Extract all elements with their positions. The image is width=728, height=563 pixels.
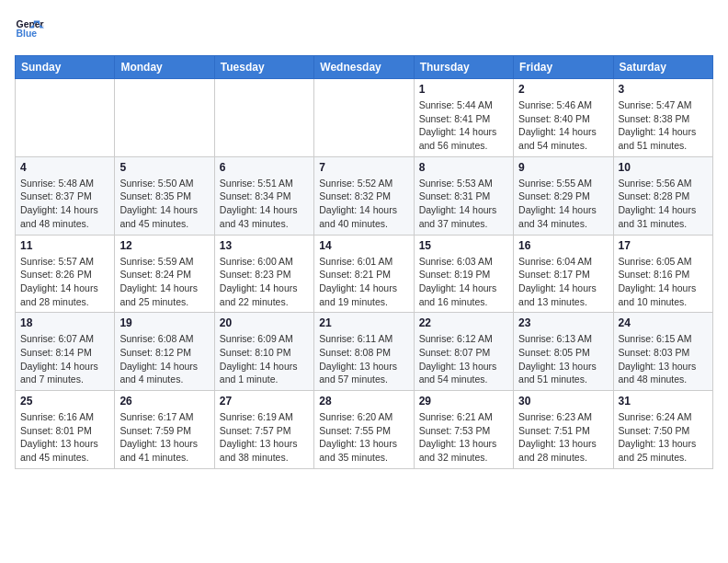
day-number: 23 [518, 316, 608, 329]
col-header-saturday: Saturday [613, 56, 712, 79]
calendar-cell [214, 79, 313, 157]
calendar-cell: 22Sunrise: 6:12 AMSunset: 8:07 PMDayligh… [414, 313, 513, 391]
calendar-cell: 16Sunrise: 6:04 AMSunset: 8:17 PMDayligh… [514, 235, 613, 313]
day-info: Sunrise: 5:57 AMSunset: 8:26 PMDaylight:… [20, 255, 109, 309]
day-number: 26 [119, 395, 209, 408]
calendar-cell: 24Sunrise: 6:15 AMSunset: 8:03 PMDayligh… [613, 313, 712, 391]
day-number: 6 [220, 161, 309, 174]
col-header-sunday: Sunday [16, 56, 115, 79]
calendar-cell: 27Sunrise: 6:19 AMSunset: 7:57 PMDayligh… [214, 391, 313, 469]
calendar-cell [16, 79, 115, 157]
day-number: 18 [20, 316, 109, 329]
col-header-friday: Friday [514, 56, 613, 79]
calendar-cell: 31Sunrise: 6:24 AMSunset: 7:50 PMDayligh… [613, 391, 712, 469]
day-number: 13 [220, 239, 309, 252]
day-info: Sunrise: 5:53 AMSunset: 8:31 PMDaylight:… [419, 177, 508, 231]
logo-icon: General Blue [15, 15, 44, 44]
calendar-week-2: 4Sunrise: 5:48 AMSunset: 8:37 PMDaylight… [16, 156, 713, 235]
day-info: Sunrise: 5:55 AMSunset: 8:29 PMDaylight:… [518, 177, 608, 231]
day-info: Sunrise: 6:21 AMSunset: 7:53 PMDaylight:… [419, 410, 508, 465]
day-number: 25 [20, 395, 109, 408]
day-info: Sunrise: 5:52 AMSunset: 8:32 PMDaylight:… [319, 177, 408, 231]
calendar-cell: 26Sunrise: 6:17 AMSunset: 7:59 PMDayligh… [115, 391, 214, 469]
calendar-cell: 13Sunrise: 6:00 AMSunset: 8:23 PMDayligh… [214, 235, 313, 313]
calendar-cell [115, 79, 214, 157]
calendar-cell: 5Sunrise: 5:50 AMSunset: 8:35 PMDaylight… [115, 156, 214, 235]
calendar-cell: 12Sunrise: 5:59 AMSunset: 8:24 PMDayligh… [115, 235, 214, 313]
calendar-cell: 30Sunrise: 6:23 AMSunset: 7:51 PMDayligh… [514, 391, 613, 469]
day-number: 27 [220, 395, 309, 408]
day-number: 19 [119, 316, 209, 329]
day-number: 12 [119, 239, 209, 252]
calendar-cell: 29Sunrise: 6:21 AMSunset: 7:53 PMDayligh… [414, 391, 513, 469]
day-number: 2 [518, 83, 608, 96]
day-number: 22 [419, 316, 508, 329]
day-number: 1 [419, 83, 508, 96]
day-number: 4 [20, 161, 109, 174]
calendar-cell: 20Sunrise: 6:09 AMSunset: 8:10 PMDayligh… [214, 313, 313, 391]
day-number: 15 [419, 239, 508, 252]
day-number: 9 [518, 161, 608, 174]
calendar-cell: 1Sunrise: 5:44 AMSunset: 8:41 PMDaylight… [414, 79, 513, 157]
day-info: Sunrise: 6:11 AMSunset: 8:08 PMDaylight:… [319, 332, 408, 386]
calendar-cell: 17Sunrise: 6:05 AMSunset: 8:16 PMDayligh… [613, 235, 712, 313]
day-number: 28 [319, 395, 408, 408]
col-header-tuesday: Tuesday [214, 56, 313, 79]
day-info: Sunrise: 6:17 AMSunset: 7:59 PMDaylight:… [119, 410, 209, 465]
day-number: 20 [220, 316, 309, 329]
calendar-cell: 9Sunrise: 5:55 AMSunset: 8:29 PMDaylight… [514, 156, 613, 235]
col-header-thursday: Thursday [414, 56, 513, 79]
calendar-cell: 2Sunrise: 5:46 AMSunset: 8:40 PMDaylight… [514, 79, 613, 157]
day-info: Sunrise: 5:47 AMSunset: 8:38 PMDaylight:… [619, 98, 708, 153]
day-number: 7 [319, 161, 408, 174]
day-info: Sunrise: 6:07 AMSunset: 8:14 PMDaylight:… [20, 332, 109, 386]
day-info: Sunrise: 5:50 AMSunset: 8:35 PMDaylight:… [119, 177, 209, 231]
calendar-cell [314, 79, 414, 157]
calendar-cell: 21Sunrise: 6:11 AMSunset: 8:08 PMDayligh… [314, 313, 414, 391]
day-info: Sunrise: 6:16 AMSunset: 8:01 PMDaylight:… [20, 410, 109, 465]
day-info: Sunrise: 6:20 AMSunset: 7:55 PMDaylight:… [319, 410, 408, 465]
calendar-cell: 10Sunrise: 5:56 AMSunset: 8:28 PMDayligh… [613, 156, 712, 235]
svg-text:Blue: Blue [17, 29, 38, 39]
day-number: 17 [619, 239, 708, 252]
calendar-cell: 23Sunrise: 6:13 AMSunset: 8:05 PMDayligh… [514, 313, 613, 391]
day-info: Sunrise: 6:12 AMSunset: 8:07 PMDaylight:… [419, 332, 508, 386]
calendar-cell: 11Sunrise: 5:57 AMSunset: 8:26 PMDayligh… [16, 235, 115, 313]
day-info: Sunrise: 6:08 AMSunset: 8:12 PMDaylight:… [119, 332, 209, 386]
day-info: Sunrise: 5:59 AMSunset: 8:24 PMDaylight:… [119, 255, 209, 309]
calendar-cell: 4Sunrise: 5:48 AMSunset: 8:37 PMDaylight… [16, 156, 115, 235]
col-header-monday: Monday [115, 56, 214, 79]
day-number: 16 [518, 239, 608, 252]
day-info: Sunrise: 6:03 AMSunset: 8:19 PMDaylight:… [419, 255, 508, 309]
day-info: Sunrise: 6:05 AMSunset: 8:16 PMDaylight:… [619, 255, 708, 309]
day-number: 5 [119, 161, 209, 174]
day-info: Sunrise: 6:00 AMSunset: 8:23 PMDaylight:… [220, 255, 309, 309]
calendar-week-1: 1Sunrise: 5:44 AMSunset: 8:41 PMDaylight… [16, 79, 713, 157]
day-info: Sunrise: 6:09 AMSunset: 8:10 PMDaylight:… [220, 332, 309, 386]
day-info: Sunrise: 5:48 AMSunset: 8:37 PMDaylight:… [20, 177, 109, 231]
calendar-cell: 7Sunrise: 5:52 AMSunset: 8:32 PMDaylight… [314, 156, 414, 235]
page-header: General Blue [15, 15, 713, 44]
calendar-week-5: 25Sunrise: 6:16 AMSunset: 8:01 PMDayligh… [16, 391, 713, 469]
day-info: Sunrise: 6:04 AMSunset: 8:17 PMDaylight:… [518, 255, 608, 309]
col-header-wednesday: Wednesday [314, 56, 414, 79]
day-number: 31 [619, 395, 708, 408]
calendar-cell: 25Sunrise: 6:16 AMSunset: 8:01 PMDayligh… [16, 391, 115, 469]
day-number: 21 [319, 316, 408, 329]
calendar-table: SundayMondayTuesdayWednesdayThursdayFrid… [15, 55, 713, 469]
calendar-cell: 15Sunrise: 6:03 AMSunset: 8:19 PMDayligh… [414, 235, 513, 313]
day-info: Sunrise: 5:51 AMSunset: 8:34 PMDaylight:… [220, 177, 309, 231]
calendar-cell: 8Sunrise: 5:53 AMSunset: 8:31 PMDaylight… [414, 156, 513, 235]
calendar-cell: 28Sunrise: 6:20 AMSunset: 7:55 PMDayligh… [314, 391, 414, 469]
day-info: Sunrise: 6:01 AMSunset: 8:21 PMDaylight:… [319, 255, 408, 309]
day-number: 8 [419, 161, 508, 174]
calendar-header-row: SundayMondayTuesdayWednesdayThursdayFrid… [16, 56, 713, 79]
day-number: 29 [419, 395, 508, 408]
day-number: 10 [619, 161, 708, 174]
logo: General Blue [15, 15, 44, 44]
calendar-cell: 3Sunrise: 5:47 AMSunset: 8:38 PMDaylight… [613, 79, 712, 157]
day-number: 30 [518, 395, 608, 408]
day-info: Sunrise: 6:13 AMSunset: 8:05 PMDaylight:… [518, 332, 608, 386]
day-number: 14 [319, 239, 408, 252]
day-number: 3 [619, 83, 708, 96]
